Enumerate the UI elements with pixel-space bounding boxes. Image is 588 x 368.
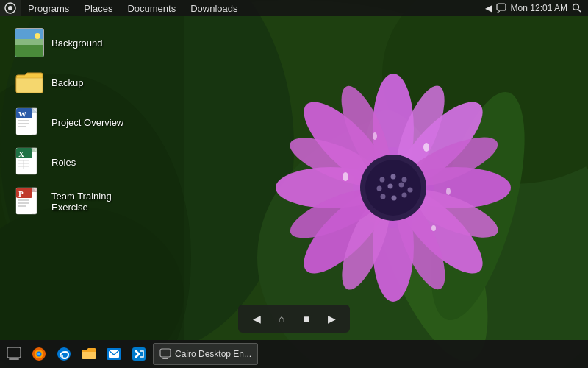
chat-icon[interactable] <box>496 3 506 13</box>
desktop-icon-backup[interactable]: Backup <box>10 66 154 99</box>
svg-point-39 <box>373 132 377 140</box>
taskbar-edge[interactable] <box>53 343 75 365</box>
project-overview-icon-image: W <box>15 107 44 137</box>
menu-programs[interactable]: Programs <box>21 0 76 16</box>
backup-icon-label: Backup <box>51 77 83 88</box>
desktop-icons: Background Backup W <box>10 26 154 219</box>
svg-point-44 <box>391 174 396 180</box>
background-icon-image <box>15 28 44 57</box>
svg-point-48 <box>399 183 404 188</box>
taskbar-active-app[interactable]: Cairo Desktop En... <box>153 343 258 365</box>
project-overview-icon-label: Project Overview <box>51 117 123 128</box>
roles-icon-image: X <box>15 147 44 177</box>
svg-point-58 <box>573 4 579 10</box>
desktop-icon-background[interactable]: Background <box>10 26 154 60</box>
taskbar-files[interactable] <box>78 343 100 365</box>
svg-text:P: P <box>18 189 24 198</box>
svg-point-63 <box>35 33 40 39</box>
svg-rect-97 <box>162 358 168 359</box>
media-controls: ◀ ⌂ ■ ▶ <box>238 305 350 333</box>
svg-point-37 <box>446 188 451 195</box>
menu-documents[interactable]: Documents <box>120 0 183 16</box>
svg-rect-87 <box>9 358 19 360</box>
menubar-items: Programs Places Documents Downloads <box>21 0 485 16</box>
taskbar-firefox[interactable] <box>28 343 50 365</box>
svg-point-38 <box>431 225 436 231</box>
search-icon[interactable] <box>572 3 582 13</box>
svg-rect-86 <box>7 347 21 358</box>
team-training-icon-label: Team Training Exercise <box>51 191 149 213</box>
media-stop-button[interactable]: ■ <box>297 309 316 328</box>
menubar: Programs Places Documents Downloads ◀ Mo… <box>0 0 588 16</box>
svg-text:W: W <box>18 110 26 118</box>
clock: Mon 12:01 AM <box>511 3 567 13</box>
roles-icon-label: Roles <box>51 157 76 168</box>
media-next-button[interactable]: ▶ <box>322 309 341 328</box>
svg-line-59 <box>578 10 581 13</box>
back-arrow-icon[interactable]: ◀ <box>485 3 492 13</box>
backup-icon-image <box>15 68 44 97</box>
svg-point-42 <box>365 160 421 216</box>
desktop: Programs Places Documents Downloads ◀ Mo… <box>0 0 588 368</box>
svg-rect-61 <box>15 43 43 57</box>
svg-point-51 <box>392 196 397 201</box>
svg-rect-57 <box>497 4 506 10</box>
svg-point-40 <box>343 172 348 181</box>
svg-point-49 <box>408 188 413 193</box>
desktop-icon-team-training[interactable]: P Team Training Exercise <box>10 185 154 219</box>
svg-point-50 <box>381 194 386 199</box>
svg-point-45 <box>402 177 407 183</box>
svg-point-91 <box>37 353 40 355</box>
menu-downloads[interactable]: Downloads <box>183 0 245 16</box>
svg-text:X: X <box>18 149 24 158</box>
media-prev-button[interactable]: ◀ <box>247 309 266 328</box>
media-home-button[interactable]: ⌂ <box>272 309 291 328</box>
background-icon-label: Background <box>51 38 102 49</box>
svg-point-56 <box>8 6 12 10</box>
desktop-icon-roles[interactable]: X Roles <box>10 145 154 179</box>
svg-rect-62 <box>15 39 43 45</box>
menu-places[interactable]: Places <box>76 0 120 16</box>
desktop-icon-project-overview[interactable]: W Project Overview <box>10 105 154 139</box>
taskbar-active-app-label: Cairo Desktop En... <box>175 349 251 359</box>
team-training-icon-image: P <box>15 187 44 216</box>
taskbar-show-desktop[interactable] <box>3 343 25 365</box>
menu-logo[interactable] <box>0 0 21 16</box>
svg-point-46 <box>377 186 382 191</box>
taskbar-vscode[interactable] <box>128 343 150 365</box>
menubar-right: ◀ Mon 12:01 AM <box>485 3 588 13</box>
svg-point-36 <box>423 143 429 152</box>
svg-rect-96 <box>160 349 171 357</box>
svg-point-47 <box>388 184 393 189</box>
svg-point-43 <box>380 177 385 183</box>
taskbar-outlook[interactable] <box>103 343 125 365</box>
taskbar: Cairo Desktop En... <box>0 340 588 368</box>
svg-point-52 <box>402 193 407 198</box>
